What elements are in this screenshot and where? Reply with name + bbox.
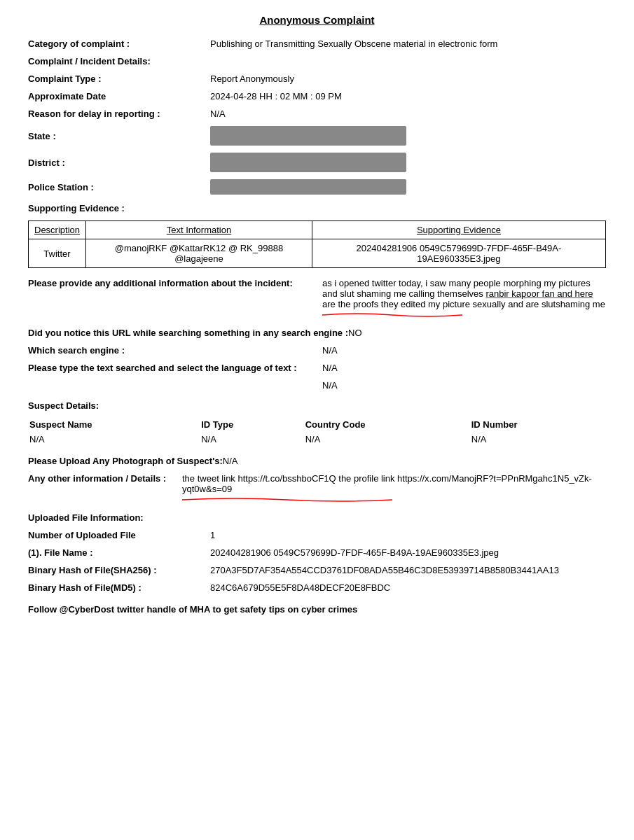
category-value: Publishing or Transmitting Sexually Obsc… [210, 38, 606, 49]
district-value [210, 153, 606, 172]
additional-info-label: Please provide any additional informatio… [28, 278, 322, 288]
suspect-name-header: Suspect Name [29, 419, 200, 433]
police-station-label: Police Station : [28, 182, 210, 192]
country-code-header: Country Code [305, 419, 470, 433]
country-code-value: N/A [305, 434, 470, 447]
search-engine-label: Which search engine : [28, 345, 322, 356]
num-uploaded-value: 1 [210, 530, 606, 540]
search-engine-value: N/A [322, 345, 606, 356]
upload-photo-label: Please Upload Any Photograph of Suspect'… [28, 456, 223, 466]
suspect-name-value: N/A [29, 434, 200, 447]
other-info-label: Any other information / Details : [28, 473, 182, 484]
table-header-text-info: Text Information [86, 221, 312, 239]
table-header-supporting-evidence: Supporting Evidence [312, 221, 605, 239]
police-station-redacted [210, 179, 406, 195]
file-name-label: (1). File Name : [28, 547, 210, 558]
supporting-evidence-label: Supporting Evidence : [28, 203, 606, 214]
suspect-section-title: Suspect Details: [28, 400, 606, 411]
approx-date-value: 2024-04-28 HH : 02 MM : 09 PM [210, 91, 606, 102]
text-searched-value2: N/A [322, 380, 606, 391]
id-type-header: ID Type [201, 419, 303, 433]
md5-label: Binary Hash of File(MD5) : [28, 582, 210, 593]
url-search-value: NO [348, 328, 606, 338]
id-number-value: N/A [471, 434, 605, 447]
table-cell-supporting-evidence: 202404281906 0549C579699D-7FDF-465F-B49A… [312, 239, 605, 268]
state-redacted [210, 126, 406, 146]
other-info-text: the tweet link https://t.co/bsshboCF1Q t… [182, 473, 592, 494]
district-redacted [210, 153, 406, 172]
table-cell-description: Twitter [29, 239, 86, 268]
table-cell-text-info: @manojRKF @KattarRK12 @ RK_99888 @lagaje… [86, 239, 312, 268]
reason-delay-value: N/A [210, 108, 606, 119]
other-info-value: the tweet link https://t.co/bsshboCF1Q t… [182, 473, 606, 504]
additional-info-value: as i opened twitter today, i saw many pe… [322, 278, 606, 319]
state-value [210, 126, 606, 146]
additional-info-text: as i opened twitter today, i saw many pe… [322, 278, 605, 309]
file-name-value: 202404281906 0549C579699D-7FDF-465F-B49A… [210, 547, 606, 558]
text-searched-label: Please type the text searched and select… [28, 363, 322, 373]
table-row: Twitter @manojRKF @KattarRK12 @ RK_99888… [29, 239, 606, 268]
uploaded-file-section-title: Uploaded File Information: [28, 512, 606, 523]
table-header-description: Description [29, 221, 86, 239]
text-searched-value: N/A [322, 363, 606, 373]
sha256-value: 270A3F5D7AF354A554CCD3761DF08ADA55B46C3D… [210, 565, 606, 575]
page-title: Anonymous Complaint [28, 14, 606, 26]
state-label: State : [28, 131, 210, 141]
url-search-label: Did you notice this URL while searching … [28, 328, 348, 338]
footer-text: Follow @CyberDost twitter handle of MHA … [28, 604, 606, 615]
md5-value: 824C6A679D55E5F8DA48DECF20E8FBDC [210, 582, 606, 593]
category-label: Category of complaint : [28, 38, 210, 49]
other-info-underline-svg [182, 496, 392, 504]
reason-delay-label: Reason for delay in reporting : [28, 108, 210, 119]
complaint-type-value: Report Anonymously [210, 74, 606, 84]
upload-photo-value: N/A [223, 456, 606, 466]
evidence-table: Description Text Information Supporting … [28, 220, 606, 268]
suspect-table: Suspect Name ID Type Country Code ID Num… [28, 418, 606, 449]
incident-section-title: Complaint / Incident Details: [28, 56, 606, 66]
approx-date-label: Approximate Date [28, 91, 210, 102]
num-uploaded-label: Number of Uploaded File [28, 530, 210, 540]
suspect-row: N/A N/A N/A N/A [29, 434, 605, 447]
district-label: District : [28, 158, 210, 168]
complaint-type-label: Complaint Type : [28, 74, 210, 84]
red-underline-svg [322, 311, 462, 319]
id-number-header: ID Number [471, 419, 605, 433]
id-type-value: N/A [201, 434, 303, 447]
sha256-label: Binary Hash of File(SHA256) : [28, 565, 210, 575]
police-station-value [210, 179, 606, 195]
